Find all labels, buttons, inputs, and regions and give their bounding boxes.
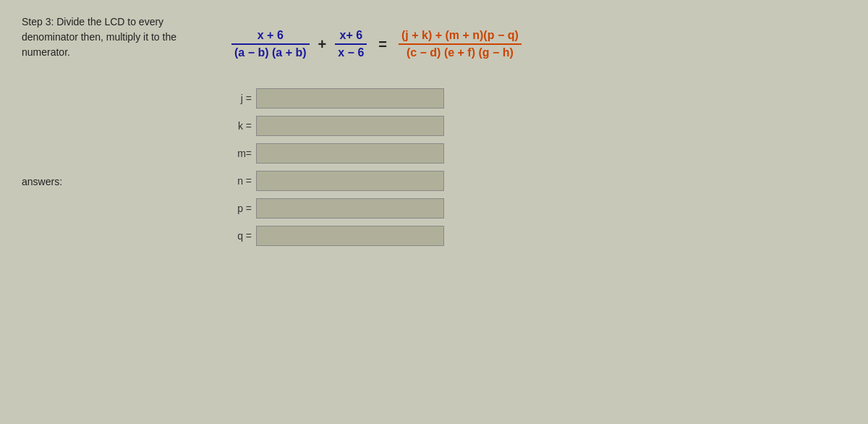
left-panel: Step 3: Divide the LCD to every denomina… — [22, 14, 210, 410]
input-label-j: j = — [231, 93, 252, 104]
input-rows: j =k =m=n =p =q = — [231, 88, 522, 246]
input-row-j: j = — [231, 88, 522, 109]
input-label-q: q = — [231, 230, 252, 242]
input-label-k: k = — [231, 120, 252, 132]
input-row-k: k = — [231, 116, 522, 136]
lhs-fraction-1-denominator: (a − b) (a + b) — [231, 45, 310, 59]
lhs-fraction-2-denominator: x − 6 — [335, 45, 367, 59]
input-label-m: m= — [231, 148, 252, 159]
input-row-p: p = — [231, 198, 522, 219]
answers-label: answers: — [22, 176, 210, 187]
lhs-fraction-2-numerator: x+ 6 — [336, 29, 365, 43]
step-text: Step 3: Divide the LCD to every denomina… — [22, 14, 210, 60]
answer-input-j[interactable] — [256, 88, 444, 109]
answer-input-k[interactable] — [256, 116, 444, 136]
rhs-fraction-numerator: (j + k) + (m + n)(p − q) — [399, 29, 522, 43]
answer-input-m[interactable] — [256, 143, 444, 164]
input-row-q: q = — [231, 226, 522, 246]
lhs-fraction-1: x + 6 (a − b) (a + b) — [231, 29, 310, 59]
lhs-fraction-2: x+ 6 x − 6 — [335, 29, 367, 59]
rhs-fraction: (j + k) + (m + n)(p − q) (c − d) (e + f)… — [399, 29, 522, 59]
center-panel: x + 6 (a − b) (a + b) + x+ 6 x − 6 = (j … — [231, 22, 522, 410]
plus-operator: + — [318, 36, 327, 53]
main-container: Step 3: Divide the LCD to every denomina… — [0, 0, 868, 424]
equals-sign: = — [378, 36, 387, 53]
answer-input-p[interactable] — [256, 198, 444, 219]
answer-input-n[interactable] — [256, 171, 444, 191]
answer-input-q[interactable] — [256, 226, 444, 246]
input-label-p: p = — [231, 203, 252, 214]
right-panel — [543, 14, 846, 410]
input-row-m: m= — [231, 143, 522, 164]
rhs-fraction-denominator: (c − d) (e + f) (g − h) — [404, 45, 516, 59]
equation-row: x + 6 (a − b) (a + b) + x+ 6 x − 6 = (j … — [231, 29, 522, 59]
lhs-fraction-1-numerator: x + 6 — [255, 29, 286, 43]
input-label-n: n = — [231, 175, 252, 187]
input-row-n: n = — [231, 171, 522, 191]
